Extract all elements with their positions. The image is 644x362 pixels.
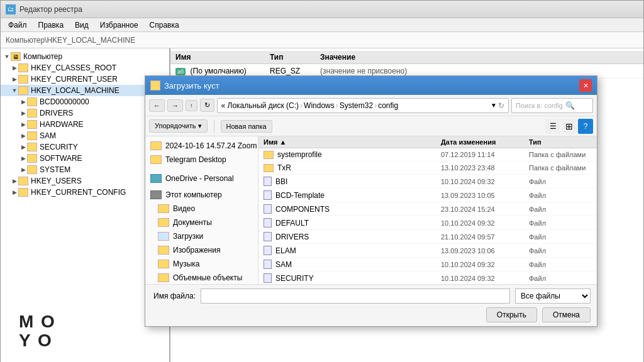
file-row-drivers[interactable]: DRIVERS 21.10.2024 09:57 Файл <box>258 230 597 244</box>
file-icon <box>264 204 272 214</box>
nav-item-label: Изображения <box>173 246 220 255</box>
nav-refresh-button[interactable]: ↻ <box>200 99 214 112</box>
toolbar-separator <box>214 120 214 133</box>
nav-item-video[interactable]: Видео <box>145 202 258 216</box>
organize-button[interactable]: Упорядочить ▾ <box>149 119 208 133</box>
filename-label: Имя файла: <box>152 292 196 300</box>
file-date: 10.10.2024 09:32 <box>441 219 529 227</box>
file-header-type[interactable]: Тип <box>529 138 592 146</box>
nav-item-label: Загрузки <box>173 232 203 241</box>
breadcrumb-root: « Локальный диск (C:) <box>221 101 299 110</box>
file-row-bbi[interactable]: BBI 10.10.2024 09:32 Файл <box>258 175 597 189</box>
breadcrumb-dropdown-icon[interactable]: ▼ <box>491 102 497 109</box>
load-hive-dialog: Загрузить куст ✕ ← → ↑ ↻ « Локальный дис… <box>145 75 597 327</box>
file-icon <box>264 190 272 200</box>
file-header-date[interactable]: Дата изменения <box>441 138 529 146</box>
cancel-button[interactable]: Отмена <box>542 307 591 322</box>
nav-item-computer[interactable]: Этот компьютер <box>145 188 258 202</box>
moyo-branding: M O Y O <box>19 313 56 349</box>
search-box: Поиск в: config 🔍 <box>511 98 593 113</box>
folder-icon <box>150 141 162 150</box>
nav-item-3d[interactable]: Объемные объекты <box>145 271 258 284</box>
nav-item-docs[interactable]: Документы <box>145 216 258 229</box>
view-help-button[interactable]: ? <box>578 119 593 134</box>
nav-back-button[interactable]: ← <box>149 99 165 112</box>
nav-item-zoom[interactable]: 2024-10-16 14.57.24 Zoom Meetir... <box>145 139 258 153</box>
modal-title-text: Загрузить куст <box>164 81 219 90</box>
nav-item-label: Документы <box>173 218 212 227</box>
filename-row: Имя файла: Все файлы <box>152 288 591 304</box>
nav-item-label: Объемные объекты <box>173 273 242 282</box>
modal-file-list: Имя ▲ Дата изменения Тип systemprofile 0… <box>258 136 597 284</box>
file-type: Файл <box>529 192 592 199</box>
file-name: BBI <box>275 177 287 186</box>
modal-title-bar: Загрузить куст ✕ <box>145 76 597 95</box>
file-row-security[interactable]: SECURITY 10.10.2024 09:32 Файл <box>258 272 597 284</box>
open-button[interactable]: Открыть <box>486 307 537 322</box>
nav-separator <box>145 167 258 172</box>
file-type: Папка с файлами <box>529 151 592 158</box>
view-icon-button[interactable]: ⊞ <box>562 119 577 134</box>
breadcrumb-system32: System32 <box>340 101 373 110</box>
modal-close-button[interactable]: ✕ <box>579 79 592 92</box>
file-type: Файл <box>529 233 592 241</box>
file-header-name[interactable]: Имя ▲ <box>264 138 441 146</box>
nav-item-label: OneDrive - Personal <box>165 174 234 183</box>
file-row-txr[interactable]: TxR 13.10.2023 23:48 Папка с файлами <box>258 162 597 175</box>
file-row-elam[interactable]: ELAM 13.09.2023 10:06 Файл <box>258 244 597 258</box>
file-type: Файл <box>529 178 592 185</box>
file-type: Файл <box>529 261 592 268</box>
file-row-sam[interactable]: SAM 10.10.2024 09:32 Файл <box>258 258 597 272</box>
file-date: 10.10.2024 09:32 <box>441 261 529 268</box>
nav-item-downloads[interactable]: Загрузки <box>145 229 258 243</box>
breadcrumb-refresh-icon[interactable]: ↻ <box>498 101 504 110</box>
view-list-button[interactable]: ☰ <box>545 119 560 134</box>
breadcrumb-sep-1: › <box>300 101 303 110</box>
file-icon <box>264 218 272 228</box>
file-row-systemprofile[interactable]: systemprofile 07.12.2019 11:14 Папка с ф… <box>258 148 597 162</box>
file-row-components[interactable]: COMPONENTS 23.10.2024 15:24 Файл <box>258 202 597 216</box>
search-label: Поиск в: config <box>516 102 563 109</box>
file-name: DEFAULT <box>275 219 309 228</box>
nav-up-button[interactable]: ↑ <box>186 100 197 111</box>
modal-footer: Имя файла: Все файлы Открыть Отмена <box>145 284 597 326</box>
nav-item-music[interactable]: Музыка <box>145 257 258 271</box>
folder-icon <box>158 232 169 241</box>
file-type: Файл <box>529 206 592 213</box>
file-name: SAM <box>275 260 292 269</box>
folder-icon <box>158 260 169 268</box>
view-icons: ☰ ⊞ ? <box>545 119 593 134</box>
search-icon[interactable]: 🔍 <box>565 101 575 110</box>
file-row-bcd-template[interactable]: BCD-Template 13.09.2023 10:05 Файл <box>258 189 597 202</box>
nav-forward-button[interactable]: → <box>167 99 183 112</box>
file-row-default[interactable]: DEFAULT 10.10.2024 09:32 Файл <box>258 216 597 230</box>
filetype-dropdown[interactable]: Все файлы <box>515 288 591 304</box>
file-type: Файл <box>529 247 592 255</box>
breadcrumb-sep-3: › <box>374 101 377 110</box>
file-name: COMPONENTS <box>275 205 330 214</box>
file-date: 10.10.2024 09:32 <box>441 178 529 185</box>
folder-icon <box>150 155 162 164</box>
filename-input[interactable] <box>201 288 510 304</box>
nav-item-onedrive[interactable]: OneDrive - Personal <box>145 172 258 185</box>
file-date: 23.10.2024 15:24 <box>441 206 529 213</box>
modal-title-left: Загрузить куст <box>150 80 219 90</box>
new-folder-button[interactable]: Новая папка <box>221 120 272 133</box>
file-date: 13.09.2023 10:05 <box>441 192 529 199</box>
breadcrumb-bar: « Локальный диск (C:) › Windows › System… <box>217 98 509 113</box>
nav-item-label: Этот компьютер <box>165 190 222 199</box>
nav-item-telegram[interactable]: Telegram Desktop <box>145 153 258 167</box>
modal-folder-icon <box>150 80 160 90</box>
nav-item-label: 2024-10-16 14.57.24 Zoom Meetir... <box>165 141 258 150</box>
file-name: ELAM <box>275 246 296 255</box>
file-icon <box>264 177 272 186</box>
modal-left-nav: 2024-10-16 14.57.24 Zoom Meetir... Teleg… <box>145 136 258 284</box>
nav-item-pictures[interactable]: Изображения <box>145 243 258 257</box>
file-type: Файл <box>529 275 592 282</box>
file-date: 13.10.2023 23:48 <box>441 164 529 172</box>
nav-item-label: Видео <box>173 204 195 213</box>
file-type: Папка с файлами <box>529 164 592 172</box>
file-icon <box>264 273 272 283</box>
breadcrumb-config: config <box>378 101 398 110</box>
folder-icon <box>158 218 169 227</box>
